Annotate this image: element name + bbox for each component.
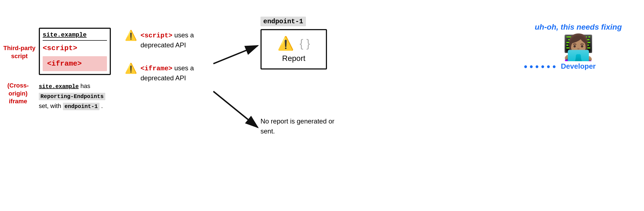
developer-wrapper: uh-oh, this needs fixing 👩🏽‍💻 Developer — [535, 22, 622, 71]
site-desc-set: set, with — [39, 102, 63, 109]
diagram-container: Third-party script (Cross-origin) iframe… — [0, 0, 644, 211]
cross-origin-label: (Cross-origin) iframe — [0, 82, 36, 106]
endpoint-box: ⚠️ { } Report — [260, 29, 327, 70]
iframe-tag-warning: <iframe> — [140, 65, 172, 72]
uh-oh-text: uh-oh, this needs fixing — [535, 22, 622, 32]
site-box: site.example <script> <iframe> — [39, 28, 111, 75]
warning-item-iframe: ⚠️ <iframe> uses a deprecated API — [125, 63, 213, 83]
warning-text-iframe: <iframe> uses a deprecated API — [140, 63, 213, 83]
script-tag-warning: <script> — [140, 32, 172, 39]
site-box-wrapper: Third-party script (Cross-origin) iframe… — [39, 28, 111, 75]
site-desc-has: has — [80, 83, 90, 89]
svg-line-1 — [213, 46, 258, 64]
endpoint-icons: ⚠️ { } — [277, 36, 310, 51]
site-description: site.example has Reporting-Endpoints set… — [39, 81, 116, 111]
warning-item-script: ⚠️ <script> uses a deprecated API — [125, 30, 213, 50]
endpoint-label: endpoint-1 — [260, 17, 306, 26]
svg-line-2 — [213, 91, 258, 127]
site-example-inline: site.example — [39, 83, 79, 90]
warning-text-script: <script> uses a deprecated API — [140, 30, 213, 50]
third-party-label: Third-party script — [3, 44, 36, 60]
endpoint1-highlight: endpoint-1 — [63, 103, 99, 110]
developer-emoji: 👩🏽‍💻 — [563, 35, 594, 60]
warning-icon-script: ⚠️ — [125, 30, 137, 40]
endpoint-wrapper: endpoint-1 ⚠️ { } Report — [260, 17, 327, 70]
no-report: No report is generated or sent. — [260, 116, 338, 136]
script-tag: <script> — [43, 43, 107, 53]
reporting-endpoints-highlight: Reporting-Endpoints — [39, 93, 105, 100]
warning-icon-endpoint: ⚠️ — [277, 36, 294, 51]
developer-label: Developer — [561, 62, 596, 71]
site-desc-period: . — [101, 102, 103, 109]
site-title: site.example — [43, 32, 107, 41]
iframe-tag: <iframe> — [43, 56, 107, 71]
warnings-area: ⚠️ <script> uses a deprecated API ⚠️ <if… — [125, 30, 213, 96]
warning-icon-iframe: ⚠️ — [125, 63, 137, 73]
report-label: Report — [282, 54, 305, 63]
json-icon: { } — [300, 37, 310, 50]
